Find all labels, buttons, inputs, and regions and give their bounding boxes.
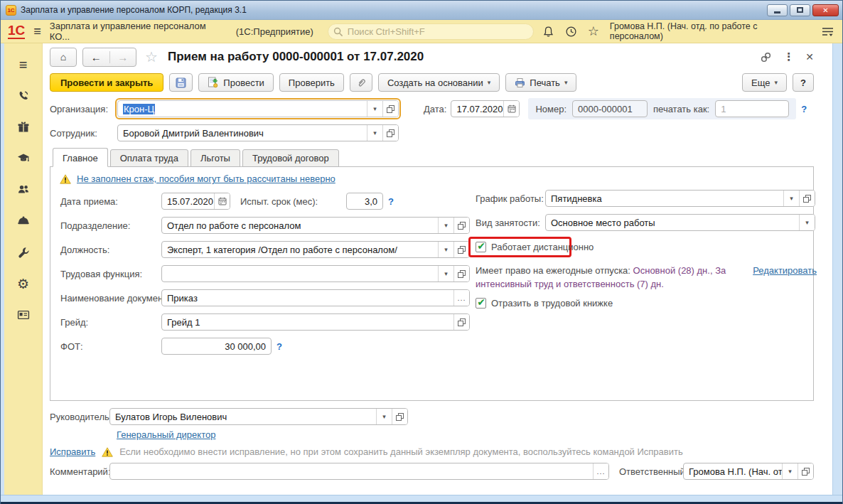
doc-name-field[interactable]: Приказ ... [161,289,470,306]
help-button[interactable]: ? [793,73,814,92]
calendar-icon[interactable] [503,101,519,117]
print-button[interactable]: Печать ▾ [505,73,576,92]
sidebar-employees-icon[interactable] [4,174,42,205]
remote-work-checkbox-row[interactable]: ✔ Работает дистанционно [476,242,561,252]
stage-warning-link[interactable]: Не заполнен стаж, пособия могут быть рас… [77,173,335,184]
home-icon: ⌂ [60,51,66,63]
organization-value: Крон-Ц [123,104,155,114]
check-button[interactable]: Проверить [279,73,344,92]
comment-ellipsis-button[interactable]: ... [593,463,608,479]
schedule-choose-icon[interactable] [799,191,815,206]
labor-function-choose-icon[interactable] [453,266,469,282]
main-menu-icon[interactable]: ≡ [33,25,41,38]
close-window-button[interactable]: ✕ [812,4,839,16]
favorite-star-icon[interactable]: ☆ [145,48,158,65]
global-search[interactable] [328,23,534,40]
remote-work-checkbox[interactable]: ✔ [476,242,486,252]
schedule-dropdown-icon[interactable]: ▾ [783,191,799,206]
manager-choose-icon[interactable] [392,409,407,424]
print-as-value: 1 [716,101,788,117]
calendar-icon[interactable] [214,193,230,209]
sidebar-gifts-icon[interactable] [4,112,42,143]
employment-dropdown-icon[interactable]: ▾ [799,215,815,230]
app-icon: 1С [6,5,16,16]
responsible-dropdown-icon[interactable]: ▾ [782,463,798,479]
workbook-checkbox-row[interactable]: ✔ Отразить в трудовой книжке [476,298,818,309]
organization-choose-icon[interactable] [382,101,398,117]
responsible-value: Громова Н.П. (Нач. отд. п [684,463,782,479]
tab-payment[interactable]: Оплата труда [110,149,188,167]
sidebar-safety-icon[interactable] [4,205,42,237]
number-help-icon[interactable]: ? [801,104,807,114]
back-button[interactable]: ← [83,51,109,63]
labor-function-field[interactable]: ▾ [161,265,470,282]
attachments-button[interactable] [350,73,372,92]
tab-main[interactable]: Главное [53,148,108,167]
search-icon [333,27,343,37]
vertical-scrollbar[interactable] [832,43,839,495]
more-button[interactable]: Еще ▾ [742,73,787,92]
department-label: Подразделение: [60,220,161,231]
organization-field[interactable]: Крон-Ц ▾ [117,100,399,117]
get-link-icon[interactable] [760,51,772,63]
probation-field[interactable]: 3,0 [346,193,383,210]
responsible-choose-icon[interactable] [798,463,813,479]
tab-contract[interactable]: Трудовой договор [242,149,339,167]
post-button[interactable]: Провести [198,73,274,92]
maximize-button[interactable] [790,4,810,16]
grade-choose-icon[interactable] [453,314,469,330]
schedule-field[interactable]: Пятидневка ▾ [545,190,815,207]
vacation-edit-link[interactable]: Редактировать [753,264,817,278]
comment-field[interactable]: ... [109,463,609,480]
employment-field[interactable]: Основное место работы ▾ [545,214,815,231]
sidebar-settings-gear-icon[interactable]: ⚙ [4,268,42,299]
more-actions-kebab-icon[interactable]: ⋮ [783,50,794,63]
minimize-button[interactable] [767,4,788,16]
print-as-field[interactable]: 1 [715,100,789,117]
manager-position-link[interactable]: Генеральный директор [117,429,215,440]
employee-field[interactable]: Боровой Дмитрий Валентинович ▾ [117,124,399,141]
sidebar-phone-icon[interactable] [4,80,42,112]
tab-benefits[interactable]: Льготы [190,149,240,167]
save-button[interactable] [169,73,193,92]
position-choose-icon[interactable] [453,242,469,257]
search-input[interactable] [328,26,533,37]
doc-name-ellipsis-button[interactable]: ... [453,290,469,306]
number-value: 0000-000001 [573,101,647,117]
department-field[interactable]: Отдел по работе с персоналом ▾ [161,217,470,234]
labor-function-dropdown-icon[interactable]: ▾ [438,266,453,282]
responsible-field[interactable]: Громова Н.П. (Нач. отд. п ▾ [683,463,814,480]
hire-date-field[interactable]: 15.07.2020 [161,193,230,210]
favorites-star-icon[interactable]: ☆ [588,25,599,38]
organization-dropdown-icon[interactable]: ▾ [367,101,382,117]
position-dropdown-icon[interactable]: ▾ [438,242,453,257]
department-dropdown-icon[interactable]: ▾ [438,218,453,233]
post-and-close-button[interactable]: Провести и закрыть [50,73,163,92]
forward-button[interactable]: → [109,51,136,63]
grade-field[interactable]: Грейд 1 [161,313,470,331]
department-choose-icon[interactable] [453,218,469,233]
fot-field[interactable]: 30 000,00 [161,338,272,355]
service-menu-icon[interactable] [822,26,834,37]
sidebar-tools-icon[interactable] [4,237,42,268]
position-field[interactable]: Эксперт, 1 категория /Отдел по работе с … [161,241,470,258]
sidebar-education-icon[interactable] [4,143,42,174]
close-form-icon[interactable]: ✕ [805,51,814,63]
history-icon[interactable] [565,26,577,38]
platform-label: (1С:Предприятие) [236,26,313,37]
fix-link[interactable]: Исправить [50,446,95,457]
employee-dropdown-icon[interactable]: ▾ [367,125,382,141]
employee-choose-icon[interactable] [382,125,398,141]
create-based-on-button[interactable]: Создать на основании ▾ [378,73,500,92]
manager-field[interactable]: Булатов Игорь Виленович ▾ [109,408,408,425]
notifications-bell-icon[interactable] [542,26,554,38]
current-user[interactable]: Громова Н.П. (Нач. отд. по работе с перс… [610,21,811,41]
probation-help-icon[interactable]: ? [388,196,394,207]
sidebar-id-card-icon[interactable] [4,299,42,331]
sidebar-menu-icon[interactable]: ≡ [4,49,42,80]
home-button[interactable]: ⌂ [50,48,77,67]
fot-help-icon[interactable]: ? [276,341,282,352]
date-field[interactable]: 17.07.2020 [451,100,520,117]
manager-dropdown-icon[interactable]: ▾ [376,409,392,424]
workbook-checkbox[interactable]: ✔ [476,298,486,309]
